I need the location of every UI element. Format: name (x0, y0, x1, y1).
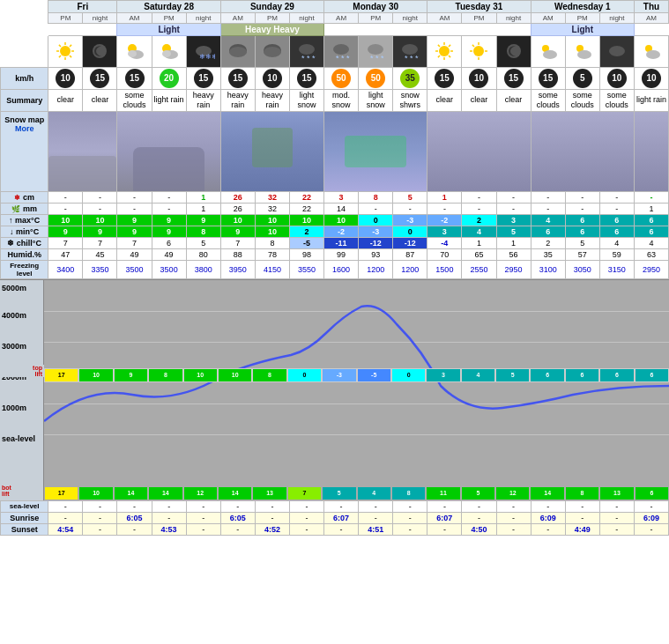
svg-line-35 (438, 44, 440, 46)
wind-sat-night: 15 (186, 68, 220, 90)
snow-cm-14: - (531, 191, 565, 203)
chill-8: -11 (324, 237, 359, 248)
snow-cm-4: 1 (186, 191, 220, 203)
sum-fri-night: clear (83, 90, 117, 112)
wind-label: km/h (1, 68, 48, 90)
svg-line-38 (438, 56, 440, 57)
period-tue-am: AM (427, 13, 462, 24)
chill-15: 5 (565, 237, 599, 248)
alt-3000: 3000m (2, 342, 26, 351)
ss-12: 4:50 (462, 523, 496, 535)
min-0: 9 (48, 226, 83, 237)
wind-wed-pm: 5 (565, 68, 599, 90)
frz-0: 3400 (48, 260, 83, 278)
hum-7: 98 (289, 248, 323, 260)
snow-cm-1: - (83, 191, 117, 203)
day-sun: Sunday 29 (220, 1, 323, 13)
min-10: 0 (393, 226, 427, 237)
sr-17: 6:09 (634, 512, 668, 523)
summary-label: Summary (1, 90, 48, 112)
top-lift-label: toplift (0, 365, 44, 377)
sl-16: - (599, 500, 634, 512)
rain-13: - (496, 203, 531, 214)
hum-11: 70 (427, 248, 462, 260)
sr-8: 6:07 (324, 512, 359, 523)
snow-map-sun (220, 111, 323, 191)
icon-sat-pm (152, 36, 186, 68)
period-sun-night: night (289, 13, 323, 24)
sl-11: - (427, 500, 462, 512)
frz-14: 3100 (531, 260, 565, 278)
sr-9: - (359, 512, 393, 523)
hum-17: 63 (634, 248, 668, 260)
min-6: 10 (255, 226, 289, 237)
icon-fri-pm (48, 36, 83, 68)
day-thu: Thu (634, 1, 668, 13)
more-link[interactable]: More (3, 124, 46, 133)
icon-fri-night (83, 36, 117, 68)
min-8: -2 (324, 226, 359, 237)
chill-2: 7 (117, 237, 152, 248)
sr-0: - (48, 512, 83, 523)
rain-12: - (462, 203, 496, 214)
sum-sat-am: some clouds (117, 90, 152, 112)
rain-label: 🌿 mm (1, 203, 48, 214)
svg-text:❄❄❄: ❄❄❄ (199, 53, 215, 61)
wind-tue-am: 15 (427, 68, 462, 90)
ss-1: - (83, 523, 117, 535)
chill-16: 4 (599, 237, 634, 248)
wind-thu-am: 10 (634, 68, 668, 90)
svg-point-30 (439, 46, 450, 56)
ss-15: 4:49 (565, 523, 599, 535)
max-6: 10 (255, 214, 289, 226)
max-14: 4 (531, 214, 565, 226)
frz-3: 3500 (152, 260, 186, 278)
min-7: 2 (289, 226, 323, 237)
snow-cm-2: - (117, 191, 152, 203)
ss-7: - (289, 523, 323, 535)
snow-cm-8: 3 (324, 191, 359, 203)
svg-line-6 (70, 56, 71, 57)
ss-3: 4:53 (152, 523, 186, 535)
icon-tue-am (427, 36, 462, 68)
min-temp-label: ↓ min°C (1, 226, 48, 237)
svg-text:* * *: * * * (370, 54, 384, 63)
ss-8: - (324, 523, 359, 535)
frz-5: 3950 (220, 260, 255, 278)
chill-1: 7 (83, 237, 117, 248)
snow-cm-17: - (634, 191, 668, 203)
wind-wed-am: 15 (531, 68, 565, 90)
min-3: 9 (152, 226, 186, 237)
icon-sun-am (220, 36, 255, 68)
icon-sun-night: * * * (289, 36, 323, 68)
frz-10: 1200 (393, 260, 427, 278)
icon-tue-pm (462, 36, 496, 68)
max-15: 6 (565, 214, 599, 226)
icon-tue-night (496, 36, 531, 68)
sr-13: - (496, 512, 531, 523)
frz-13: 2950 (496, 260, 531, 278)
frz-6: 4150 (255, 260, 289, 278)
sum-sat-pm: light rain (152, 90, 186, 112)
banner-light: Light (117, 24, 220, 36)
icon-sat-am (117, 36, 152, 68)
svg-line-44 (472, 44, 474, 46)
sum-sun-night: light snow (289, 90, 323, 112)
sr-5: 6:05 (220, 512, 255, 523)
day-wed: Wednesday 1 (531, 1, 634, 13)
sl-13: - (496, 500, 531, 512)
snow-map-sat (117, 111, 220, 191)
hum-16: 59 (599, 248, 634, 260)
frz-11: 1500 (427, 260, 462, 278)
icon-wed-night (599, 36, 634, 68)
chill-13: 1 (496, 237, 531, 248)
sl-4: - (186, 500, 220, 512)
period-sat-am: AM (117, 13, 152, 24)
svg-line-7 (70, 44, 71, 46)
ss-2: - (117, 523, 152, 535)
hum-12: 65 (462, 248, 496, 260)
svg-line-37 (449, 44, 450, 46)
snow-map-thu (634, 111, 668, 191)
hum-1: 45 (83, 248, 117, 260)
sr-10: - (393, 512, 427, 523)
